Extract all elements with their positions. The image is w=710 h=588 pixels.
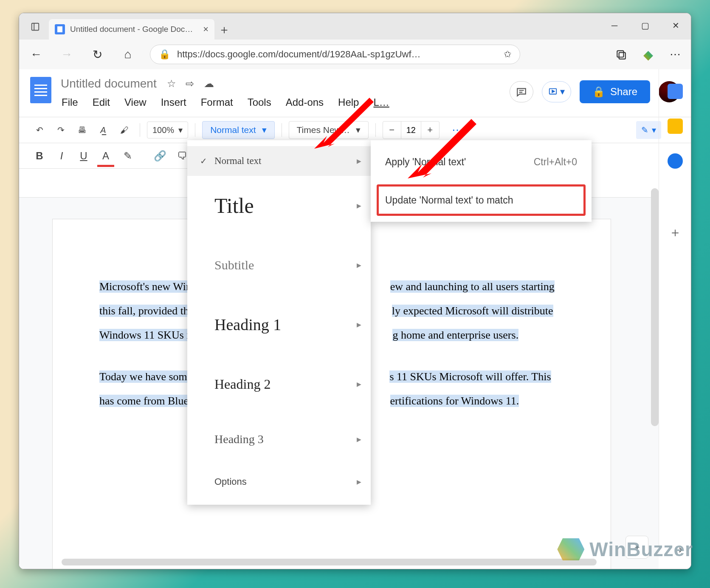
move-icon[interactable]: ⇨ (186, 78, 194, 89)
star-icon[interactable]: ☆ (167, 78, 176, 89)
menu-view[interactable]: View (124, 96, 147, 109)
window-maximize-button[interactable]: ▢ (630, 13, 660, 38)
paragraph-style-menu: ✓ Normal text ▶ Title ▶ Subtitle ▶ Headi… (187, 140, 371, 505)
side-panel-rail: ＋ (659, 69, 691, 548)
tab-title: Untitled document - Google Doc… (70, 25, 193, 34)
zoom-value: 100% (152, 125, 174, 135)
watermark: WinBuzzer (557, 538, 693, 561)
chevron-right-icon: ▶ (357, 262, 361, 269)
menubar: File Edit View Insert Format Tools Add-o… (61, 96, 500, 109)
browser-tab[interactable]: Untitled document - Google Doc… × (49, 19, 214, 40)
chevron-right-icon: ▶ (357, 321, 361, 328)
vertical-scrollbar[interactable] (651, 188, 659, 426)
watermark-logo-icon (557, 538, 584, 560)
address-bar-row: ← → ↻ ⌂ 🔒 https://docs.google.com/docume… (19, 40, 691, 69)
bold-button[interactable]: B (31, 147, 48, 164)
chevron-down-icon: ▾ (560, 86, 565, 97)
window-minimize-button[interactable]: ─ (599, 13, 630, 38)
highlight-button[interactable]: ✎ (119, 147, 136, 164)
pencil-icon: ✎ (641, 125, 648, 135)
horizontal-scrollbar[interactable] (62, 559, 597, 565)
forward-button[interactable]: → (58, 46, 75, 63)
annotation-arrow-2 (408, 115, 484, 191)
menu-edit[interactable]: Edit (92, 96, 111, 109)
shortcut-text: Ctrl+Alt+0 (534, 156, 577, 168)
favorite-icon[interactable]: ✩ (504, 49, 511, 60)
text-color-button[interactable]: A (97, 147, 114, 164)
menu-tools[interactable]: Tools (247, 96, 272, 109)
lock-icon: 🔒 (592, 86, 605, 98)
style-label: Normal text (210, 125, 256, 135)
style-item-heading2[interactable]: Heading 2 ▶ (187, 354, 371, 414)
home-button[interactable]: ⌂ (119, 46, 136, 63)
side-tabs-button[interactable] (28, 19, 43, 34)
tab-close-icon[interactable]: × (203, 24, 208, 35)
menu-dots-icon[interactable]: ⋯ (668, 47, 682, 62)
present-button[interactable]: ▾ (542, 81, 571, 102)
chevron-down-icon: ▾ (262, 125, 267, 135)
menu-file[interactable]: File (61, 96, 79, 109)
new-tab-button[interactable]: ＋ (214, 20, 234, 40)
chevron-right-icon: ▶ (357, 478, 361, 485)
url-text: https://docs.google.com/document/d/1928A… (177, 49, 497, 60)
editing-mode-dropdown[interactable]: ✎ ▾ (636, 121, 661, 139)
style-item-heading1[interactable]: Heading 1 ▶ (187, 295, 371, 354)
style-item-options[interactable]: Options ▶ (187, 465, 371, 499)
italic-button[interactable]: I (53, 147, 70, 164)
svg-rect-0 (32, 23, 39, 31)
keep-icon[interactable] (668, 119, 683, 134)
chevron-right-icon: ▶ (357, 436, 361, 443)
tasks-icon[interactable] (668, 153, 683, 169)
back-button[interactable]: ← (28, 46, 45, 63)
chevron-right-icon: ▶ (357, 381, 361, 387)
decrease-size-button[interactable]: − (383, 122, 401, 139)
doc-title[interactable]: Untitled document (61, 77, 157, 90)
comments-button[interactable] (510, 81, 533, 102)
svg-marker-8 (408, 119, 476, 178)
share-button[interactable]: 🔒 Share (580, 80, 650, 103)
style-item-heading3[interactable]: Heading 3 ▶ (187, 414, 371, 465)
titlebar: Untitled document - Google Doc… × ＋ ─ ▢ … (19, 13, 691, 40)
zoom-dropdown[interactable]: 100% ▾ (147, 122, 188, 139)
address-bar[interactable]: 🔒 https://docs.google.com/document/d/192… (150, 45, 520, 64)
chevron-down-icon: ▾ (178, 125, 183, 135)
collections-icon[interactable] (614, 47, 628, 62)
refresh-button[interactable]: ↻ (89, 46, 106, 63)
lock-icon: 🔒 (159, 49, 170, 60)
insert-link-button[interactable]: 🔗 (152, 147, 169, 164)
paragraph-style-dropdown[interactable]: Normal text ▾ (202, 121, 274, 139)
redo-button[interactable]: ↷ (52, 122, 69, 139)
svg-marker-7 (314, 98, 374, 149)
paint-format-button[interactable]: 🖌 (116, 122, 133, 139)
menu-insert[interactable]: Insert (160, 96, 187, 109)
undo-button[interactable]: ↶ (31, 122, 48, 139)
add-addon-button[interactable]: ＋ (668, 225, 683, 240)
style-item-subtitle[interactable]: Subtitle ▶ (187, 235, 371, 295)
chevron-down-icon: ▾ (652, 125, 656, 135)
chevron-right-icon: ▶ (357, 202, 361, 209)
window-close-button[interactable]: ✕ (660, 13, 691, 38)
underline-button[interactable]: U (75, 147, 92, 164)
calendar-icon[interactable] (668, 84, 683, 99)
svg-rect-2 (617, 51, 623, 57)
annotation-arrow-1 (314, 93, 382, 161)
docs-favicon-icon (55, 24, 65, 34)
menu-format[interactable]: Format (200, 96, 234, 109)
share-label: Share (610, 86, 637, 98)
spellcheck-button[interactable]: A̲ (95, 122, 112, 139)
style-item-title[interactable]: Title ▶ (187, 176, 371, 235)
print-button[interactable]: 🖶 (73, 122, 90, 139)
check-icon: ✓ (200, 156, 214, 166)
docs-logo-icon[interactable] (30, 77, 51, 103)
svg-rect-3 (619, 53, 625, 59)
extension-icon[interactable]: ◆ (641, 47, 655, 62)
cloud-status-icon[interactable]: ☁ (204, 78, 214, 89)
